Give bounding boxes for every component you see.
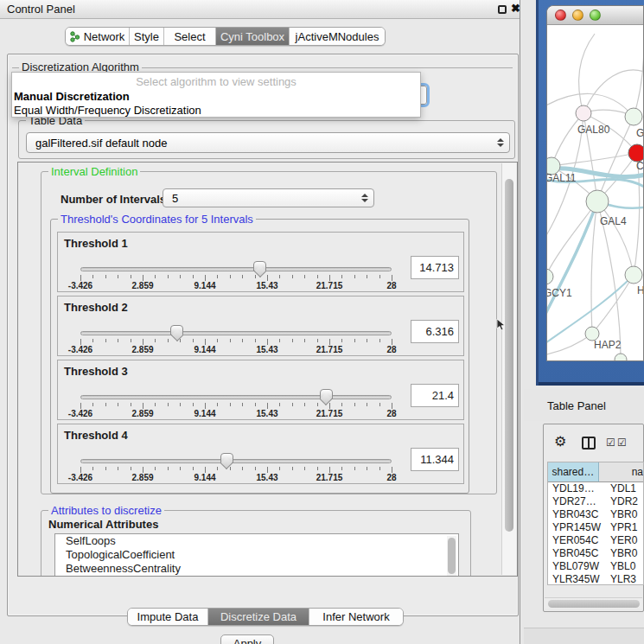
table-panel: ⚙ ☑ ☑ shared… na YDL19…YDL1 YDR27…YDR2 Y… [543,424,644,612]
svg-text:GCY1: GCY1 [547,287,572,299]
node-ga[interactable] [625,108,642,125]
zoom-traffic-light-icon[interactable] [590,10,601,21]
control-panel-window: Control Panel ✖ Network Style Select Cyn… [0,0,520,644]
control-panel-tab-bar: Network Style Select Cyni Toolbox jActiv… [65,27,386,46]
table-row[interactable]: YPR145WYPR1 [548,521,643,534]
tab-network-label: Network [84,30,125,43]
svg-text:HAP2: HAP2 [594,339,622,351]
thresholds-group: Threshold's Coordinates for 5 Intervals … [50,219,469,494]
algorithm-dropdown-popup: Select algorithm to view settings Manual… [11,72,421,118]
table-row[interactable]: YDL19…YDL1 [548,482,643,495]
scrollbar-thumb[interactable] [505,179,513,532]
scrollbar-thumb[interactable] [548,600,640,608]
threshold-4-slider-track[interactable] [80,459,392,463]
threshold-4-slider-handle[interactable] [220,453,233,463]
window-title: Control Panel [7,3,75,16]
table-row[interactable]: YDR27…YDR2 [548,495,643,508]
tab-cyni-toolbox[interactable]: Cyni Toolbox [216,28,290,45]
scrollbar-thumb[interactable] [448,538,456,574]
threshold-3-value-field[interactable]: 21.4 [411,384,459,407]
threshold-2-slider-track[interactable] [80,331,392,335]
network-window-titlebar[interactable] [547,6,643,25]
close-icon[interactable]: ✖ [511,2,520,15]
table-panel-titlebar[interactable]: Table Panel [524,389,644,421]
tab-network[interactable]: Network [66,28,130,45]
apply-button[interactable]: Apply [220,634,274,644]
threshold-1-slider-track[interactable] [80,267,392,271]
node-attribute-table: shared… na YDL19…YDL1 YDR27…YDR2 YBR043C… [547,462,644,585]
select-columns-icon[interactable]: ☑ [606,437,615,449]
attributes-group: Attributes to discretize Numerical Attri… [41,510,471,577]
status-strip [524,628,644,644]
threshold-1-label: Threshold 1 [64,237,128,250]
node-h[interactable] [625,266,642,284]
threshold-2-value-field[interactable]: 6.316 [411,320,459,343]
threshold-4-label: Threshold 4 [64,429,128,442]
number-of-intervals-label: Number of Intervals [61,193,166,206]
threshold-3-label: Threshold 3 [64,365,128,378]
table-data-combobox[interactable]: galFiltered.sif default node [26,132,510,153]
threshold-1-slider-handle[interactable] [253,261,266,271]
tab-impute-data[interactable]: Impute Data [128,609,208,625]
interval-definition-title: Interval Definition [48,165,140,178]
numerical-attributes-label: Numerical Attributes [48,518,158,531]
table-row[interactable]: YBR043CYBR0 [548,508,643,521]
svg-text:C: C [636,160,644,172]
list-item[interactable]: SelfLoops [55,534,458,548]
threshold-4-panel: Threshold 4 -3.4262.8599.14415.4321.7152… [57,424,464,484]
minimize-traffic-light-icon[interactable] [572,10,583,21]
threshold-3-slider-handle[interactable] [320,389,333,399]
threshold-4-value-field[interactable]: 11.344 [411,448,459,471]
select-all-icon[interactable]: ☑ [617,437,627,449]
table-row[interactable]: YLR345WYLR3 [548,573,643,585]
dropdown-option-equal-width[interactable]: Equal Width/Frequency Discretization [14,104,201,117]
combo-stepper-icon [361,189,368,207]
tab-select[interactable]: Select [164,28,216,45]
network-view-window[interactable]: GAL80 GA C GAL11 GAL4 GCY1 H HAP2 [546,5,644,361]
threshold-2-panel: Threshold 2 -3.4262.8599.14415.4321.7152… [57,296,464,356]
tab-style[interactable]: Style [130,28,164,45]
network-canvas[interactable]: GAL80 GA C GAL11 GAL4 GCY1 H HAP2 [547,25,644,361]
main-vertical-scrollbar[interactable] [501,163,516,575]
tab-discretize-data[interactable]: Discretize Data [208,609,309,625]
tab-jactivemnodules[interactable]: jActiveMNodules [290,28,385,45]
node-bottom[interactable] [615,354,627,361]
table-header-row: shared… na [548,462,643,482]
svg-text:H: H [637,284,644,296]
threshold-3-slider-track[interactable] [80,395,392,399]
gear-icon[interactable]: ⚙ [554,435,566,449]
interval-definition-group: Interval Definition Number of Intervals … [41,171,497,494]
node-gcy1[interactable] [547,269,553,284]
svg-text:GAL80: GAL80 [577,124,610,136]
table-horizontal-scrollbar[interactable] [545,597,642,609]
table-row[interactable]: YBL079WYBL0 [548,560,643,573]
column-layout-icon[interactable] [582,437,596,450]
settings-scrollpane: Interval Definition Number of Intervals … [17,162,518,577]
node-selected-red[interactable] [628,144,644,162]
tab-infer-network[interactable]: Infer Network [309,609,403,625]
list-item[interactable]: TopologicalCoefficient [55,548,458,562]
threshold-2-slider-handle[interactable] [170,325,183,335]
control-panel-titlebar[interactable]: Control Panel ✖ [0,0,520,19]
threshold-1-value-field[interactable]: 14.713 [411,256,459,279]
node-gal4[interactable] [586,190,609,213]
list-item[interactable]: BetweennessCentrality [55,562,458,576]
close-traffic-light-icon[interactable] [555,10,566,21]
mouse-cursor [496,318,507,332]
dropdown-option-manual-discretization[interactable]: Manual Discretization [14,90,130,103]
table-data-group: Table Data galFiltered.sif default node [18,120,515,159]
threshold-3-panel: Threshold 3 -3.4262.8599.14415.4321.7152… [57,360,464,420]
column-header-shared-name[interactable]: shared… [548,462,599,482]
combo-stepper-icon [497,133,504,152]
table-row[interactable]: YER054CYER0 [548,534,643,547]
float-window-icon[interactable] [498,5,507,14]
attributes-list-scrollbar[interactable] [447,536,456,577]
number-of-intervals-value: 5 [172,192,178,205]
attributes-list[interactable]: SelfLoops TopologicalCoefficient Between… [54,533,459,577]
table-panel-title: Table Panel [547,399,606,412]
number-of-intervals-combobox[interactable]: 5 [163,188,374,207]
column-header-name[interactable]: na [599,462,643,482]
dropdown-hint-item[interactable]: Select algorithm to view settings [12,75,420,88]
table-row[interactable]: YBR045CYBR0 [548,547,643,560]
node-gal80[interactable] [576,105,591,121]
